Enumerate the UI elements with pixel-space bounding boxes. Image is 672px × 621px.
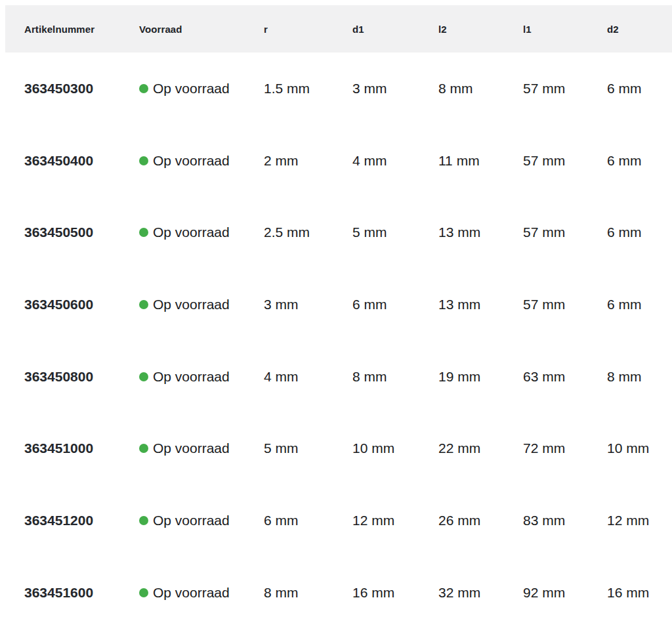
value-l1: 63 mm [523,369,607,385]
value-l1: 57 mm [523,297,607,312]
value-r: 6 mm [264,513,352,528]
stock-status-label: Op voorraad [153,153,230,169]
stock-status-label: Op voorraad [153,513,230,528]
table-row: 363450800 Op voorraad 4 mm 8 mm 19 mm 63… [5,341,672,413]
stock-status: Op voorraad [139,153,264,169]
in-stock-dot-icon [139,372,148,381]
value-r: 5 mm [264,440,352,456]
article-number: 363451600 [5,585,139,601]
stock-status: Op voorraad [139,440,264,456]
article-number: 363450500 [5,225,139,240]
table-header-row: Artikelnummer Voorraad r d1 l2 l1 d2 [5,5,672,53]
value-d2: 6 mm [607,153,672,169]
in-stock-dot-icon [139,300,148,309]
in-stock-dot-icon [139,588,148,597]
table-row: 363450400 Op voorraad 2 mm 4 mm 11 mm 57… [5,125,672,197]
stock-status: Op voorraad [139,297,264,312]
value-d2: 10 mm [607,440,672,456]
stock-status-label: Op voorraad [153,225,230,240]
value-d1: 12 mm [352,513,438,528]
in-stock-dot-icon [139,156,148,165]
value-l1: 72 mm [523,440,607,456]
article-number: 363450400 [5,153,139,169]
value-l2: 11 mm [438,153,523,169]
column-header-voorraad: Voorraad [139,24,264,35]
stock-status: Op voorraad [139,585,264,601]
value-l2: 8 mm [438,81,523,96]
value-d1: 6 mm [352,297,438,312]
value-r: 2 mm [264,153,352,169]
value-l2: 13 mm [438,297,523,312]
table-row: 363451600 Op voorraad 8 mm 16 mm 32 mm 9… [5,557,672,621]
stock-status: Op voorraad [139,369,264,385]
table-body: 363450300 Op voorraad 1.5 mm 3 mm 8 mm 5… [5,53,672,621]
value-d1: 10 mm [352,440,438,456]
stock-status-label: Op voorraad [153,369,230,385]
value-r: 2.5 mm [264,225,352,240]
value-l2: 22 mm [438,440,523,456]
value-r: 3 mm [264,297,352,312]
value-d1: 16 mm [352,585,438,601]
table-row: 363450600 Op voorraad 3 mm 6 mm 13 mm 57… [5,268,672,341]
column-header-l1: l1 [523,24,607,35]
table-row: 363451200 Op voorraad 6 mm 12 mm 26 mm 8… [5,484,672,557]
column-header-d1: d1 [352,24,438,35]
value-d2: 16 mm [607,585,672,601]
value-d1: 8 mm [352,369,438,385]
value-l1: 83 mm [523,513,607,528]
column-header-artikelnummer: Artikelnummer [5,24,139,35]
value-r: 8 mm [264,585,352,601]
table-row: 363451000 Op voorraad 5 mm 10 mm 22 mm 7… [5,412,672,484]
stock-status-label: Op voorraad [153,440,230,456]
table-row: 363450300 Op voorraad 1.5 mm 3 mm 8 mm 5… [5,53,672,125]
in-stock-dot-icon [139,228,148,237]
value-l1: 57 mm [523,225,607,240]
value-d2: 6 mm [607,225,672,240]
column-header-l2: l2 [438,24,523,35]
stock-status: Op voorraad [139,513,264,528]
value-l1: 92 mm [523,585,607,601]
article-number: 363451200 [5,513,139,528]
value-d2: 12 mm [607,513,672,528]
article-number: 363450800 [5,369,139,385]
product-spec-table: Artikelnummer Voorraad r d1 l2 l1 d2 363… [5,5,672,621]
value-l2: 19 mm [438,369,523,385]
article-number: 363450300 [5,81,139,96]
stock-status-label: Op voorraad [153,585,230,601]
value-l2: 26 mm [438,513,523,528]
stock-status: Op voorraad [139,81,264,96]
in-stock-dot-icon [139,444,148,453]
value-l1: 57 mm [523,153,607,169]
value-d1: 4 mm [352,153,438,169]
value-l1: 57 mm [523,81,607,96]
value-d2: 8 mm [607,369,672,385]
value-d2: 6 mm [607,297,672,312]
table-row: 363450500 Op voorraad 2.5 mm 5 mm 13 mm … [5,196,672,268]
value-r: 1.5 mm [264,81,352,96]
value-d1: 5 mm [352,225,438,240]
value-l2: 32 mm [438,585,523,601]
in-stock-dot-icon [139,84,148,93]
column-header-d2: d2 [607,24,672,35]
value-d2: 6 mm [607,81,672,96]
value-l2: 13 mm [438,225,523,240]
stock-status-label: Op voorraad [153,81,230,96]
value-r: 4 mm [264,369,352,385]
value-d1: 3 mm [352,81,438,96]
in-stock-dot-icon [139,516,148,525]
article-number: 363451000 [5,440,139,456]
article-number: 363450600 [5,297,139,312]
stock-status-label: Op voorraad [153,297,230,312]
column-header-r: r [264,24,352,35]
stock-status: Op voorraad [139,225,264,240]
